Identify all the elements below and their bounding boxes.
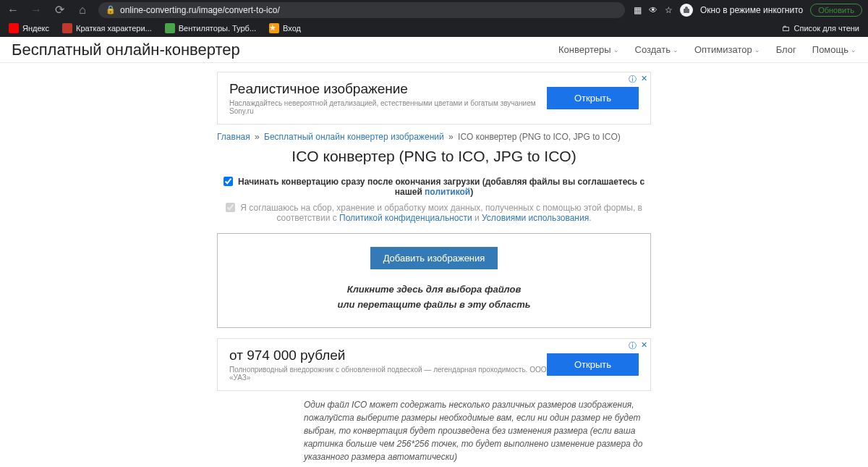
ad-open-button[interactable]: Открыть xyxy=(547,353,639,376)
site-header: Бесплатный онлайн-конвертер Конвертеры⌄ … xyxy=(0,37,868,63)
bookmark-item[interactable]: Вентиляторы. Турб... xyxy=(165,23,256,33)
star-icon[interactable]: ☆ xyxy=(665,5,673,15)
nav-optimizer[interactable]: Оптимизатор⌄ xyxy=(694,44,760,55)
back-icon[interactable]: ← xyxy=(6,4,20,17)
incognito-label: Окно в режиме инкогнито xyxy=(700,5,803,15)
reload-icon[interactable]: ⟳ xyxy=(52,3,67,17)
auto-convert-row: Начинать конвертацию сразу после окончан… xyxy=(217,175,651,197)
nav-create[interactable]: Создать⌄ xyxy=(635,44,678,55)
bc-mid[interactable]: Бесплатный онлайн конвертер изображений xyxy=(264,132,444,142)
lock-icon: 🔒 xyxy=(106,5,116,14)
ad-open-button[interactable]: Открыть xyxy=(547,87,639,109)
auto-convert-checkbox[interactable] xyxy=(224,177,233,186)
ad-info-icon[interactable]: ⓘ xyxy=(629,340,637,351)
bookmark-item[interactable]: Краткая характери... xyxy=(62,23,152,33)
nav-converters[interactable]: Конвертеры⌄ xyxy=(558,44,619,55)
privacy-link[interactable]: Политикой конфиденциальности xyxy=(339,213,472,223)
bc-current: ICO конвертер (PNG to ICO, JPG to ICO) xyxy=(458,132,621,142)
policy-link[interactable]: политикой xyxy=(425,187,470,197)
home-icon[interactable]: ⌂ xyxy=(75,4,90,17)
forward-icon[interactable]: → xyxy=(29,4,43,17)
update-button[interactable]: Обновить xyxy=(810,4,862,17)
ad-close-icon[interactable]: ✕ xyxy=(641,340,647,351)
ad-subtitle: Полноприводный внедорожник с обновленной… xyxy=(229,366,547,382)
ad-close-icon[interactable]: ✕ xyxy=(641,74,647,85)
chevron-down-icon: ⌄ xyxy=(613,46,619,54)
reading-list-label[interactable]: Список для чтени xyxy=(794,24,860,33)
upload-zone[interactable]: Добавить изображения Кликните здесь для … xyxy=(217,233,651,328)
reading-list-icon[interactable]: 🗀 xyxy=(782,24,790,33)
bc-home[interactable]: Главная xyxy=(217,132,250,142)
nav-menu: Конвертеры⌄ Создать⌄ Оптимизатор⌄ Блог П… xyxy=(558,44,856,55)
ad-box-1: ⓘ✕ Реалистичное изображение Наслаждайтес… xyxy=(217,72,651,125)
terms-link[interactable]: Условиями использования xyxy=(482,213,589,223)
help-text: Один файл ICO может содержать несколько … xyxy=(217,398,651,463)
qr-icon[interactable]: ▦ xyxy=(634,5,642,15)
ad-info-icon[interactable]: ⓘ xyxy=(629,74,637,85)
nav-help[interactable]: Помощь⌄ xyxy=(812,44,856,55)
chevron-down-icon: ⌄ xyxy=(673,46,678,54)
ad-title: от 974 000 рублей xyxy=(229,348,547,363)
upload-hint-1: Кликните здесь для выбора файлов xyxy=(225,284,643,295)
incognito-icon xyxy=(680,4,693,17)
address-bar[interactable]: 🔒 online-converting.ru/image/convert-to-… xyxy=(98,2,625,18)
page-title: ICO конвертер (PNG to ICO, JPG to ICO) xyxy=(217,148,651,165)
ad-box-2: ⓘ✕ от 974 000 рублей Полноприводный внед… xyxy=(217,338,651,391)
bookmark-item[interactable]: Яндекс xyxy=(9,23,49,33)
bookmark-item[interactable]: ★Вход xyxy=(269,23,301,33)
consent-checkbox xyxy=(226,203,235,212)
chevron-down-icon: ⌄ xyxy=(851,46,856,54)
breadcrumb: Главная » Бесплатный онлайн конвертер из… xyxy=(217,132,651,142)
url-text: online-converting.ru/image/convert-to-ic… xyxy=(120,5,280,15)
consent-row: Я соглашаюсь на сбор, хранение и обработ… xyxy=(217,201,651,223)
nav-blog[interactable]: Блог xyxy=(776,44,796,55)
chevron-down-icon: ⌄ xyxy=(754,46,760,54)
upload-hint-2: или перетащите файлы в эту область xyxy=(225,299,643,310)
ad-title: Реалистичное изображение xyxy=(229,81,547,97)
ad-subtitle: Наслаждайтесь невероятной детализацией, … xyxy=(229,99,547,115)
site-title: Бесплатный онлайн-конвертер xyxy=(12,41,240,59)
eye-icon[interactable]: 👁 xyxy=(649,5,658,15)
bookmarks-bar: Яндекс Краткая характери... Вентиляторы.… xyxy=(0,20,868,37)
add-images-button[interactable]: Добавить изображения xyxy=(370,247,498,269)
